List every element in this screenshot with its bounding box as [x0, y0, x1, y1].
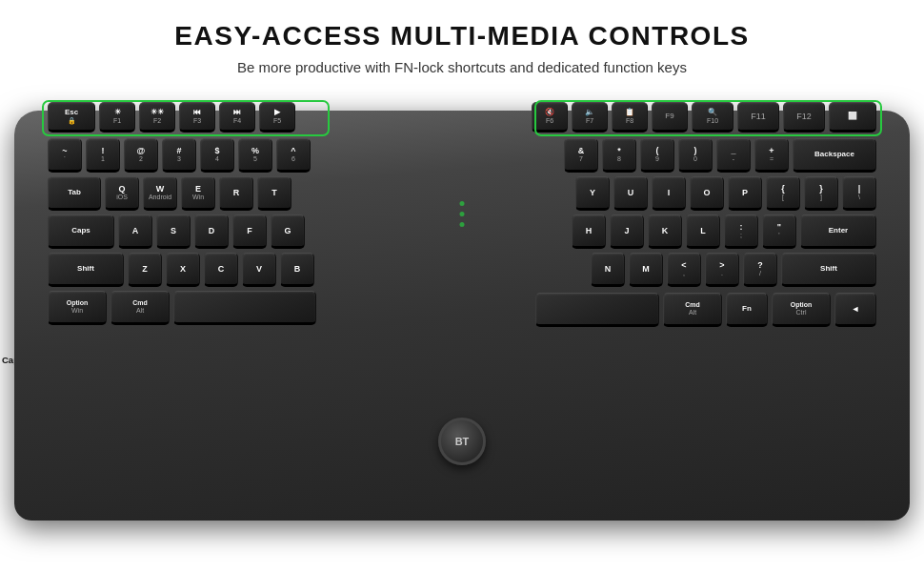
key-f5[interactable]: ▶ F5 [259, 102, 295, 133]
key-h[interactable]: H [572, 214, 606, 249]
key-comma[interactable]: <, [667, 253, 701, 287]
key-i[interactable]: I [652, 176, 686, 211]
key-p[interactable]: P [728, 176, 762, 211]
key-option-ctrl[interactable]: Option Ctrl [772, 293, 831, 327]
key-bracket-left[interactable]: {[ [766, 176, 800, 211]
key-equals[interactable]: += [754, 138, 789, 173]
key-b[interactable]: B [280, 253, 314, 287]
right-tab-row: Y U I O P {[ }] |\ [575, 176, 876, 211]
key-cmd-left[interactable]: Cmd Alt [110, 291, 170, 325]
key-0[interactable]: )0 [678, 138, 713, 173]
right-shift-row: N M <, >. ?/ Shift [591, 253, 876, 287]
key-esc[interactable]: Esc 🔒 [48, 102, 95, 133]
key-x[interactable]: X [166, 253, 200, 287]
left-caps-row: Caps A S D F G [48, 214, 316, 249]
key-minus[interactable]: _- [716, 138, 751, 173]
key-m[interactable]: M [629, 253, 663, 287]
key-backspace[interactable]: Backspace [793, 138, 876, 173]
key-enter[interactable]: Enter [800, 214, 876, 249]
left-bottom-row: Option Win Cmd Alt [48, 291, 316, 325]
key-3[interactable]: # 3 [162, 138, 196, 173]
key-backslash[interactable]: |\ [842, 176, 876, 211]
key-f10[interactable]: 🔍 F10 [692, 102, 733, 133]
key-q[interactable]: Q iOS [105, 176, 139, 211]
subtitle: Be more productive with FN-lock shortcut… [29, 59, 895, 75]
key-f3[interactable]: ⏮ F3 [179, 102, 215, 133]
key-s[interactable]: S [156, 214, 191, 249]
key-bracket-right[interactable]: }] [804, 176, 838, 211]
key-a[interactable]: A [118, 214, 152, 249]
key-semicolon[interactable]: :; [724, 214, 758, 249]
key-1[interactable]: ! 1 [86, 138, 120, 173]
key-tab[interactable]: Tab [48, 176, 101, 211]
key-k[interactable]: K [648, 214, 682, 249]
keyboard-wrapper: BT Esc 🔒 ☀ F1 ☀☀ F2 ⏮ F3 ⏭ F4 [0, 87, 924, 521]
key-f8[interactable]: 📋 F8 [612, 102, 648, 133]
key-n[interactable]: N [591, 253, 625, 287]
key-arrow[interactable]: ◄ [834, 293, 876, 327]
key-9[interactable]: (9 [640, 138, 674, 173]
key-d[interactable]: D [194, 214, 229, 249]
led-indicator [460, 201, 465, 227]
key-2[interactable]: @ 2 [124, 138, 158, 173]
key-o[interactable]: O [690, 176, 724, 211]
key-f[interactable]: F [232, 214, 267, 249]
key-quote[interactable]: "' [762, 214, 796, 249]
key-f6[interactable]: 🔇 F6 [532, 102, 568, 133]
right-caps-row: H J K L :; "' Enter [572, 214, 876, 249]
bt-label: BT [455, 436, 470, 447]
key-e[interactable]: E Win [181, 176, 215, 211]
key-caps[interactable]: Caps [48, 214, 114, 249]
left-shift-row: Shift Z X C V B [48, 253, 316, 287]
key-c[interactable]: C [204, 253, 238, 287]
key-cmd-right[interactable]: Cmd Alt [663, 293, 722, 327]
key-space-right[interactable] [535, 293, 659, 327]
key-u[interactable]: U [613, 176, 648, 211]
key-f2[interactable]: ☀☀ F2 [139, 102, 175, 133]
key-v[interactable]: V [242, 253, 276, 287]
left-fn-row: Esc 🔒 ☀ F1 ☀☀ F2 ⏮ F3 ⏭ F4 ▶ F5 [48, 102, 316, 133]
left-tab-row: Tab Q iOS W Android E Win R T [48, 176, 316, 211]
key-shift-left[interactable]: Shift [48, 253, 124, 287]
keyboard-right: 🔇 F6 🔈 F7 📋 F8 F9 🔍 F10 F11 F12 [532, 102, 876, 331]
right-bottom-row: Cmd Alt Fn Option Ctrl ◄ [535, 293, 876, 327]
key-period[interactable]: >. [705, 253, 739, 287]
key-y[interactable]: Y [575, 176, 610, 211]
key-tilde[interactable]: ~ ` [48, 138, 82, 173]
key-t[interactable]: T [257, 176, 291, 211]
key-f1[interactable]: ☀ F1 [99, 102, 135, 133]
key-monitor[interactable]: ⬜ [829, 102, 876, 133]
bt-button[interactable]: BT [438, 418, 486, 465]
key-4[interactable]: $ 4 [200, 138, 234, 173]
key-l[interactable]: L [686, 214, 720, 249]
key-5[interactable]: % 5 [238, 138, 272, 173]
key-option-win[interactable]: Option Win [48, 291, 107, 325]
key-z[interactable]: Z [128, 253, 162, 287]
key-7[interactable]: &7 [564, 138, 598, 173]
keyboard-left: Esc 🔒 ☀ F1 ☀☀ F2 ⏮ F3 ⏭ F4 ▶ F5 [48, 102, 316, 329]
right-fn-row: 🔇 F6 🔈 F7 📋 F8 F9 🔍 F10 F11 F12 [532, 102, 876, 133]
right-num-row: &7 *8 (9 )0 _- += Backspace [564, 138, 876, 173]
key-f12[interactable]: F12 [783, 102, 825, 133]
key-j[interactable]: J [610, 214, 644, 249]
header-section: EASY-ACCESS MULTI-MEDIA CONTROLS Be more… [0, 0, 924, 83]
key-f7[interactable]: 🔈 F7 [572, 102, 608, 133]
key-r[interactable]: R [219, 176, 253, 211]
key-w[interactable]: W Android [143, 176, 177, 211]
key-8[interactable]: *8 [602, 138, 636, 173]
key-g[interactable]: G [271, 214, 305, 249]
key-6[interactable]: ^ 6 [276, 138, 311, 173]
left-num-row: ~ ` ! 1 @ 2 # 3 $ 4 % 5 [48, 138, 316, 173]
key-f9[interactable]: F9 [652, 102, 688, 133]
key-slash[interactable]: ?/ [743, 253, 777, 287]
key-shift-right[interactable]: Shift [781, 253, 876, 287]
key-space-left[interactable] [173, 291, 316, 325]
key-f4[interactable]: ⏭ F4 [219, 102, 255, 133]
key-fn[interactable]: Fn [726, 293, 768, 327]
key-f11[interactable]: F11 [737, 102, 779, 133]
main-title: EASY-ACCESS MULTI-MEDIA CONTROLS [29, 21, 895, 51]
